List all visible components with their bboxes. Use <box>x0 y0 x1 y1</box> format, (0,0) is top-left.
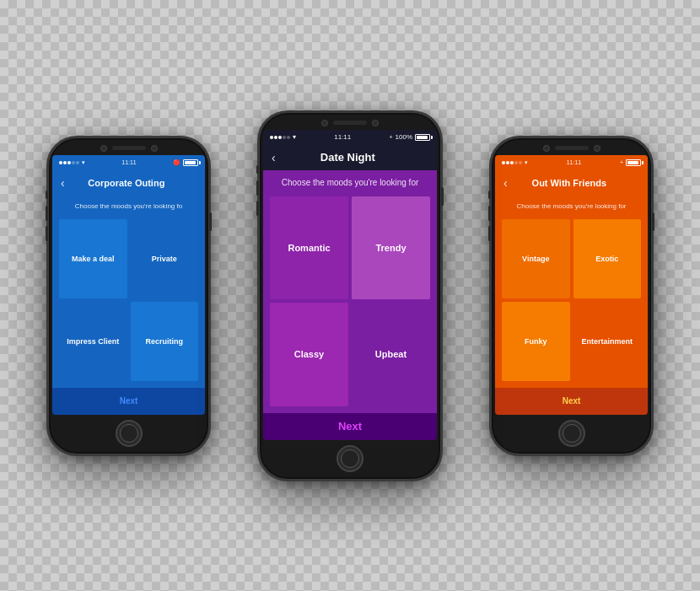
content-left: Choose the moods you're looking fo Make … <box>52 196 205 388</box>
battery-pct-center: 100% <box>396 133 412 141</box>
next-button-left[interactable]: Next <box>120 396 138 406</box>
mood-cell-entertainment[interactable]: Entertainment <box>573 302 642 381</box>
dot3 <box>67 161 71 164</box>
volume-down-center <box>256 201 259 216</box>
subtitle-right: Choose the moods you're looking for <box>502 202 641 211</box>
mood-cell-upbeat[interactable]: Upbeat <box>352 303 430 406</box>
phone-right: ▾ 11:11 + ‹ Out With Friends Choose the … <box>489 136 654 456</box>
volume-up-right <box>488 206 491 221</box>
phone-center: ▾ 11:11 + 100% ‹ Date Night Choose the m… <box>257 110 443 481</box>
dot5 <box>76 161 79 164</box>
rdot3 <box>510 161 514 164</box>
home-button-right[interactable] <box>558 420 585 447</box>
mood-cell-classy[interactable]: Classy <box>270 303 348 406</box>
status-bar-right: ▾ 11:11 + <box>495 155 648 170</box>
back-arrow-right[interactable]: ‹ <box>503 176 508 190</box>
back-arrow-center[interactable]: ‹ <box>272 151 276 164</box>
battery-fill-center <box>417 136 428 139</box>
status-left-right: ▾ <box>502 159 528 166</box>
home-inner-right <box>563 424 581 443</box>
content-center: Choose the moods you're looking for Roma… <box>263 170 437 413</box>
camera-speaker-center <box>321 120 379 126</box>
volume-up-center <box>256 180 259 196</box>
dot2 <box>63 161 67 164</box>
next-button-center[interactable]: Next <box>338 420 362 433</box>
volume-up-left <box>46 206 48 221</box>
speaker-center <box>333 121 367 125</box>
screen-left: ▾ 11:11 🔴 ‹ Corporate Outing Choose the … <box>52 155 205 415</box>
home-button-left[interactable] <box>116 420 143 447</box>
phones-container: ▾ 11:11 🔴 ‹ Corporate Outing Choose the … <box>30 26 670 566</box>
back-arrow-left[interactable]: ‹ <box>61 176 65 190</box>
nav-title-left: Corporate Outing <box>70 178 183 188</box>
nav-bar-left: ‹ Corporate Outing <box>52 170 205 196</box>
time-left: 11:11 <box>121 159 137 165</box>
mood-cell-recruiting[interactable]: Recruiting <box>131 302 199 381</box>
mute-button-center <box>256 165 259 174</box>
phone-top-bar-left <box>49 138 208 155</box>
battery-left <box>183 159 198 166</box>
bluetooth-icon-right: + <box>620 159 623 165</box>
next-bar-center: Next <box>263 413 437 440</box>
speaker-left <box>112 146 146 150</box>
next-button-right[interactable]: Next <box>563 396 581 406</box>
content-right: Choose the moods you're looking for Vint… <box>495 196 648 388</box>
home-button-center[interactable] <box>337 445 363 472</box>
mood-cell-make-a-deal[interactable]: Make a deal <box>59 219 127 298</box>
camera-speaker-left <box>100 145 158 152</box>
nav-title-right: Out With Friends <box>513 178 626 188</box>
nav-title-center: Date Night <box>281 151 415 164</box>
wifi-icon-left: ▾ <box>82 159 85 166</box>
power-button-center <box>441 187 444 206</box>
mood-cell-romantic[interactable]: Romantic <box>270 196 348 300</box>
subtitle-left: Choose the moods you're looking fo <box>59 202 198 211</box>
power-button-left <box>209 212 212 231</box>
rdot4 <box>514 161 518 164</box>
volume-down-left <box>46 226 48 241</box>
next-bar-left: Next <box>52 388 205 415</box>
mood-grid-center: Romantic Trendy Classy Upbeat <box>270 196 430 406</box>
cdot1 <box>270 136 273 139</box>
screen-center: ▾ 11:11 + 100% ‹ Date Night Choose the m… <box>263 130 437 440</box>
rdot5 <box>519 161 522 164</box>
volume-down-right <box>488 226 491 241</box>
time-center: 11:11 <box>334 133 351 141</box>
signal-dots-left <box>59 161 79 164</box>
camera-center <box>321 120 328 126</box>
battery-fill-left <box>185 161 196 164</box>
phone-top-bar-right <box>492 138 651 155</box>
screen-right: ▾ 11:11 + ‹ Out With Friends Choose the … <box>495 155 648 415</box>
rdot2 <box>506 161 509 164</box>
mood-cell-exotic[interactable]: Exotic <box>573 219 642 298</box>
dot4 <box>72 161 75 164</box>
status-right-right: + <box>620 159 641 166</box>
cdot4 <box>283 136 286 139</box>
mood-cell-trendy[interactable]: Trendy <box>352 196 430 300</box>
status-right-left: 🔴 <box>173 159 198 166</box>
bluetooth-icon-center: + <box>389 134 392 140</box>
camera2-right <box>594 145 600 152</box>
home-inner-left <box>120 424 138 443</box>
battery-fill-right <box>627 161 638 164</box>
camera-left <box>100 145 107 152</box>
cdot2 <box>274 136 277 139</box>
cdot5 <box>287 136 290 139</box>
signal-dots-right <box>502 161 522 164</box>
status-right-center: + 100% <box>389 133 430 141</box>
mood-cell-impress-client[interactable]: Impress Client <box>59 302 127 381</box>
status-bar-left: ▾ 11:11 🔴 <box>52 155 205 170</box>
mood-cell-vintage[interactable]: Vintage <box>502 219 570 298</box>
mood-grid-right: Vintage Exotic Funky Entertainment <box>502 219 641 381</box>
phone-left: ▾ 11:11 🔴 ‹ Corporate Outing Choose the … <box>46 136 211 456</box>
camera-speaker-right <box>543 145 600 152</box>
battery-right <box>626 159 641 166</box>
time-right: 11:11 <box>567 159 582 165</box>
rdot1 <box>502 161 505 164</box>
mood-cell-funky[interactable]: Funky <box>502 302 570 381</box>
phone-top-bar-center <box>260 113 440 130</box>
status-bar-center: ▾ 11:11 + 100% <box>263 130 437 145</box>
mood-cell-private[interactable]: Private <box>131 219 199 298</box>
camera2-center <box>372 120 379 126</box>
wifi-icon-right: ▾ <box>525 159 528 166</box>
camera-right <box>543 145 550 152</box>
